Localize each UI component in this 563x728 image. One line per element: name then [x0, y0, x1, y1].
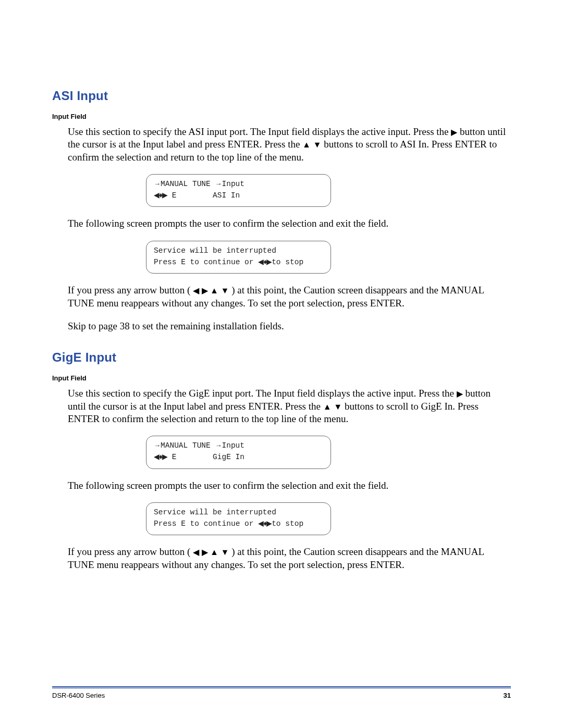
text: If you press any arrow button ( — [68, 546, 193, 557]
footer-page-number: 31 — [504, 692, 511, 699]
lcd-text: Input — [222, 441, 245, 450]
text: If you press any arrow button ( — [68, 285, 193, 295]
up-down-arrow-icon: ▲ ▼ — [302, 139, 321, 150]
text: Use this section to specify the GigE inp… — [68, 388, 457, 399]
asi-lcd-screen-2: Service will be interrupted Press E to c… — [146, 241, 331, 274]
arrow-right-icon: → — [215, 179, 222, 189]
page-footer: DSR-6400 Series 31 — [52, 686, 511, 699]
lcd-text: to stop — [272, 520, 303, 528]
lcd-text: MANUAL TUNE — [161, 441, 215, 450]
lcd-text: to stop — [272, 258, 303, 266]
gige-lcd-screen-2: Service will be interrupted Press E to c… — [146, 502, 331, 536]
lcd-text: E ASI In — [167, 191, 240, 200]
lcd-text: Input — [222, 180, 245, 188]
lcd-text: Press E to continue or — [154, 258, 258, 266]
section-gige-input: GigE Input Input Field Use this section … — [52, 350, 511, 571]
lcd-text: E GigE In — [167, 453, 244, 461]
arrow-right-icon: → — [154, 179, 161, 189]
asi-paragraph-2: The following screen prompts the user to… — [68, 217, 511, 230]
section-asi-input: ASI Input Input Field Use this section t… — [52, 89, 511, 332]
arrow-right-icon: → — [215, 440, 222, 451]
nav-cluster-icon: ◀♦▶ — [258, 258, 272, 266]
lcd-text: Service will be interrupted — [154, 246, 276, 255]
gige-paragraph-1: Use this section to specify the GigE inp… — [68, 387, 511, 425]
lcd-text: MANUAL TUNE — [161, 180, 215, 188]
lcd-text: Service will be interrupted — [154, 508, 276, 516]
lcd-text: Press E to continue or — [154, 520, 258, 528]
up-down-arrow-icon: ▲ ▼ — [323, 401, 342, 412]
heading-gige-input: GigE Input — [52, 350, 511, 365]
all-arrows-icon: ◀ ▶ ▲ ▼ — [193, 285, 229, 296]
all-arrows-icon: ◀ ▶ ▲ ▼ — [193, 547, 229, 558]
footer-product: DSR-6400 Series — [52, 692, 105, 699]
arrow-right-icon: → — [154, 440, 161, 451]
asi-paragraph-3: If you press any arrow button ( ◀ ▶ ▲ ▼ … — [68, 284, 511, 310]
nav-cluster-icon: ◀♦▶ — [154, 453, 167, 461]
right-arrow-icon: ▶ — [451, 127, 457, 138]
asi-paragraph-1: Use this section to specify the ASI inpu… — [68, 126, 511, 164]
nav-cluster-icon: ◀♦▶ — [258, 520, 272, 527]
right-arrow-icon: ▶ — [457, 388, 463, 399]
text: Use this section to specify the ASI inpu… — [68, 126, 451, 137]
asi-paragraph-4: Skip to page 38 to set the remaining ins… — [68, 320, 511, 332]
gige-paragraph-2: The following screen prompts the user to… — [68, 479, 511, 492]
subhead-gige-input-field: Input Field — [52, 374, 511, 382]
nav-cluster-icon: ◀♦▶ — [154, 191, 167, 199]
gige-paragraph-3: If you press any arrow button ( ◀ ▶ ▲ ▼ … — [68, 546, 511, 571]
heading-asi-input: ASI Input — [52, 89, 511, 103]
subhead-asi-input-field: Input Field — [52, 113, 511, 120]
asi-lcd-screen-1: →MANUAL TUNE →Input ◀♦▶ E ASI In — [146, 174, 331, 207]
gige-lcd-screen-1: →MANUAL TUNE →Input ◀♦▶ E GigE In — [146, 436, 331, 469]
